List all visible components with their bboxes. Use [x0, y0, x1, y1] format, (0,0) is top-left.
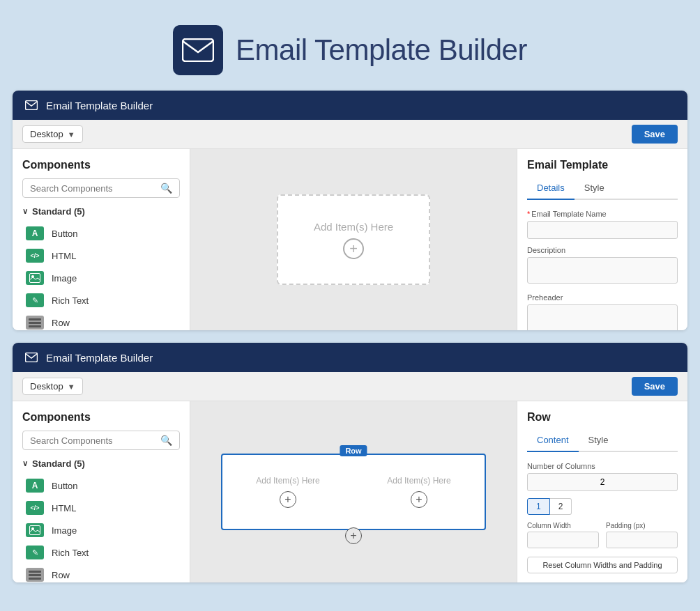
reset-button[interactable]: Reset Column Widths and Padding: [527, 557, 678, 573]
tab-row-2: Content Style: [527, 431, 678, 452]
component-item-row-1[interactable]: Row: [22, 311, 180, 330]
component-item-html-1[interactable]: </> HTML: [22, 245, 180, 267]
component-label-html-1: HTML: [52, 251, 76, 261]
richtext-icon-2: ✎: [25, 545, 45, 560]
panel-header-icon-2: [24, 350, 39, 365]
panel-header-label-2: Email Template Builder: [46, 352, 153, 364]
search-icon-2: 🔍: [160, 435, 172, 446]
add-item-plus-1[interactable]: +: [343, 238, 364, 259]
row-cell-right[interactable]: Add Item(s) Here +: [353, 455, 485, 529]
add-label-right: Add Item(s) Here: [387, 476, 450, 486]
col-inputs-row: Column Width Padding (px): [527, 522, 678, 548]
dropdown-arrow-2: ▼: [68, 382, 75, 391]
app-title: Email Template Builder: [236, 33, 527, 67]
app-header: Email Template Builder: [13, 13, 687, 91]
name-input-1[interactable]: [527, 221, 678, 239]
panel-toolbar-1: Desktop ▼ Save: [13, 120, 687, 149]
search-input-2[interactable]: [30, 435, 160, 446]
tab-style-1[interactable]: Style: [575, 178, 614, 200]
padding-input[interactable]: [606, 532, 678, 548]
row-badge: Row: [340, 445, 367, 456]
row-icon-1: [25, 315, 45, 330]
search-box-2[interactable]: 🔍: [22, 431, 180, 450]
image-icon-1: [25, 270, 45, 286]
name-label-1: Email Template Name: [527, 210, 678, 218]
tab-content-2[interactable]: Content: [527, 431, 579, 452]
panel-header-icon-1: [24, 98, 39, 113]
panel-toolbar-2: Desktop ▼ Save: [13, 372, 687, 401]
right-panel-title-2: Row: [527, 411, 678, 424]
row-drop-zone: Row Add Item(s) Here + Add Item(s) Here …: [221, 454, 486, 530]
category-label-2: Standard (5): [32, 458, 85, 469]
component-item-row-2[interactable]: Row: [22, 564, 180, 582]
html-icon-2: </>: [25, 500, 45, 516]
richtext-icon-1: ✎: [25, 293, 45, 308]
tab-details-1[interactable]: Details: [527, 178, 575, 200]
email-logo-icon: [182, 38, 214, 62]
below-plus-button[interactable]: +: [345, 527, 362, 544]
component-label-button-1: Button: [52, 229, 78, 239]
row-cell-left[interactable]: Add Item(s) Here +: [222, 455, 353, 529]
component-item-button-2[interactable]: A Button: [22, 474, 180, 497]
desc-label-1: Description: [527, 246, 678, 254]
search-box-1[interactable]: 🔍: [22, 178, 180, 198]
component-item-html-2[interactable]: </> HTML: [22, 497, 180, 519]
sidebar-title-2: Components: [22, 411, 180, 424]
add-plus-left[interactable]: +: [280, 491, 296, 508]
panel-header-2: Email Template Builder: [13, 343, 687, 372]
col-tab-2[interactable]: 2: [550, 498, 572, 515]
col-width-input[interactable]: [527, 532, 599, 548]
component-item-richtext-1[interactable]: ✎ Rich Text: [22, 289, 180, 311]
sidebar-title-1: Components: [22, 159, 180, 171]
component-label-button-2: Button: [52, 481, 78, 491]
component-item-button-1[interactable]: A Button: [22, 222, 180, 245]
chevron-icon-2: ∨: [22, 459, 28, 468]
components-sidebar-2: Components 🔍 ∨ Standard (5) A Button </>…: [13, 401, 190, 582]
image-icon-2: [25, 523, 45, 538]
svg-rect-1: [26, 101, 38, 110]
col-width-label: Column Width: [527, 522, 599, 529]
svg-rect-4: [26, 353, 38, 362]
desc-input-1[interactable]: [527, 257, 678, 284]
padding-group: Padding (px): [606, 522, 678, 548]
tab-row-1: Details Style: [527, 178, 678, 200]
add-item-label-1: Add Item(s) Here: [314, 221, 393, 233]
component-label-row-1: Row: [52, 318, 70, 328]
tab-style-2[interactable]: Style: [579, 431, 618, 452]
col-tab-1[interactable]: 1: [527, 498, 550, 515]
component-label-richtext-2: Rich Text: [52, 548, 89, 558]
panel-email-icon-1: [25, 100, 38, 110]
right-panel-2: Row Content Style Number of Columns 1 2 …: [517, 401, 687, 582]
panel-header-label-1: Email Template Builder: [46, 100, 153, 111]
search-input-1[interactable]: [30, 183, 160, 194]
panel-body-1: Components 🔍 ∨ Standard (5) A Button </>: [13, 149, 687, 330]
app-logo: [173, 25, 223, 75]
svg-rect-0: [183, 39, 213, 61]
preheader-input-1[interactable]: [527, 304, 678, 330]
save-button-2[interactable]: Save: [632, 377, 678, 396]
add-item-box-1[interactable]: Add Item(s) Here +: [277, 194, 430, 285]
desktop-select-2[interactable]: Desktop ▼: [22, 378, 83, 395]
component-item-richtext-2[interactable]: ✎ Rich Text: [22, 541, 180, 564]
builder-panel-1: Email Template Builder Desktop ▼ Save Co…: [13, 91, 687, 330]
search-icon-1: 🔍: [160, 183, 172, 194]
dropdown-arrow-1: ▼: [68, 130, 75, 139]
category-label-1: Standard (5): [32, 206, 85, 217]
builder-panel-2: Email Template Builder Desktop ▼ Save Co…: [13, 343, 687, 582]
panel-email-icon-2: [25, 353, 38, 362]
component-item-image-2[interactable]: Image: [22, 519, 180, 541]
save-button-1[interactable]: Save: [632, 125, 678, 144]
col-width-group: Column Width: [527, 522, 599, 548]
padding-label: Padding (px): [606, 522, 678, 529]
desktop-label-1: Desktop: [30, 129, 63, 139]
desktop-label-2: Desktop: [30, 381, 63, 392]
svg-rect-2: [30, 274, 40, 283]
desktop-select-1[interactable]: Desktop ▼: [22, 125, 83, 143]
component-label-image-2: Image: [52, 525, 77, 536]
category-header-2: ∨ Standard (5): [22, 458, 180, 469]
button-icon-1: A: [25, 226, 45, 241]
component-item-image-1[interactable]: Image: [22, 267, 180, 289]
num-cols-input[interactable]: [527, 473, 678, 491]
components-sidebar-1: Components 🔍 ∨ Standard (5) A Button </>: [13, 149, 190, 330]
add-plus-right[interactable]: +: [411, 491, 427, 508]
